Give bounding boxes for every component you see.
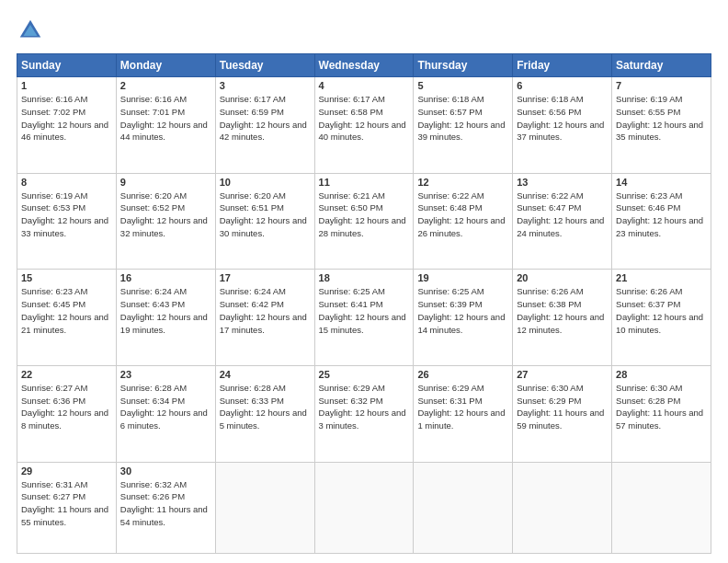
calendar-week: 22Sunrise: 6:27 AMSunset: 6:36 PMDayligh… <box>17 365 711 462</box>
day-number: 5 <box>417 80 508 91</box>
calendar-cell: 17Sunrise: 6:24 AMSunset: 6:42 PMDayligh… <box>215 270 314 366</box>
day-number: 28 <box>616 369 707 380</box>
day-number: 9 <box>120 177 211 188</box>
cell-content: Sunrise: 6:23 AMSunset: 6:45 PMDaylight:… <box>21 286 108 334</box>
calendar-cell: 1Sunrise: 6:16 AMSunset: 7:02 PMDaylight… <box>17 77 117 174</box>
calendar-cell: 11Sunrise: 6:21 AMSunset: 6:50 PMDayligh… <box>314 173 414 270</box>
calendar-cell: 8Sunrise: 6:19 AMSunset: 6:53 PMDaylight… <box>17 173 117 270</box>
calendar-cell <box>513 462 612 554</box>
header <box>17 17 711 44</box>
calendar-cell: 27Sunrise: 6:30 AMSunset: 6:29 PMDayligh… <box>513 365 612 462</box>
calendar-cell: 23Sunrise: 6:28 AMSunset: 6:34 PMDayligh… <box>116 365 215 462</box>
cell-content: Sunrise: 6:21 AMSunset: 6:50 PMDaylight:… <box>319 190 406 238</box>
calendar-cell <box>314 462 414 554</box>
cell-content: Sunrise: 6:17 AMSunset: 6:58 PMDaylight:… <box>319 94 406 142</box>
day-number: 10 <box>220 177 311 188</box>
day-number: 11 <box>319 177 410 188</box>
calendar-week: 15Sunrise: 6:23 AMSunset: 6:45 PMDayligh… <box>17 270 711 366</box>
page: SundayMondayTuesdayWednesdayThursdayFrid… <box>0 0 728 563</box>
day-number: 3 <box>220 80 311 91</box>
cell-content: Sunrise: 6:31 AMSunset: 6:27 PMDaylight:… <box>21 479 108 527</box>
cell-content: Sunrise: 6:23 AMSunset: 6:46 PMDaylight:… <box>616 190 703 238</box>
calendar-week: 8Sunrise: 6:19 AMSunset: 6:53 PMDaylight… <box>17 173 711 270</box>
calendar-cell: 24Sunrise: 6:28 AMSunset: 6:33 PMDayligh… <box>215 365 314 462</box>
cell-content: Sunrise: 6:18 AMSunset: 6:56 PMDaylight:… <box>517 94 604 142</box>
cell-content: Sunrise: 6:24 AMSunset: 6:42 PMDaylight:… <box>220 286 307 334</box>
cell-content: Sunrise: 6:17 AMSunset: 6:59 PMDaylight:… <box>220 94 307 142</box>
cell-content: Sunrise: 6:30 AMSunset: 6:29 PMDaylight:… <box>517 383 604 431</box>
day-number: 16 <box>120 272 211 283</box>
day-number: 7 <box>616 80 707 91</box>
calendar-cell: 10Sunrise: 6:20 AMSunset: 6:51 PMDayligh… <box>215 173 314 270</box>
calendar-cell <box>414 462 513 554</box>
calendar-cell: 28Sunrise: 6:30 AMSunset: 6:28 PMDayligh… <box>612 365 711 462</box>
weekday-header: Saturday <box>612 54 711 77</box>
day-number: 13 <box>517 177 608 188</box>
day-number: 19 <box>417 272 508 283</box>
cell-content: Sunrise: 6:24 AMSunset: 6:43 PMDaylight:… <box>120 286 208 334</box>
calendar-week: 29Sunrise: 6:31 AMSunset: 6:27 PMDayligh… <box>17 462 711 554</box>
day-number: 29 <box>21 465 112 477</box>
calendar-cell: 29Sunrise: 6:31 AMSunset: 6:27 PMDayligh… <box>17 462 117 554</box>
calendar-cell: 14Sunrise: 6:23 AMSunset: 6:46 PMDayligh… <box>612 173 711 270</box>
calendar-cell: 25Sunrise: 6:29 AMSunset: 6:32 PMDayligh… <box>314 365 414 462</box>
cell-content: Sunrise: 6:19 AMSunset: 6:53 PMDaylight:… <box>21 190 108 238</box>
calendar-table: SundayMondayTuesdayWednesdayThursdayFrid… <box>17 53 711 554</box>
cell-content: Sunrise: 6:27 AMSunset: 6:36 PMDaylight:… <box>21 383 108 431</box>
calendar-cell: 18Sunrise: 6:25 AMSunset: 6:41 PMDayligh… <box>314 270 414 366</box>
day-number: 15 <box>21 272 112 283</box>
cell-content: Sunrise: 6:19 AMSunset: 6:55 PMDaylight:… <box>616 94 703 142</box>
weekday-row: SundayMondayTuesdayWednesdayThursdayFrid… <box>17 54 711 77</box>
calendar-body: 1Sunrise: 6:16 AMSunset: 7:02 PMDaylight… <box>17 77 711 554</box>
calendar-cell: 15Sunrise: 6:23 AMSunset: 6:45 PMDayligh… <box>17 270 117 366</box>
day-number: 6 <box>517 80 608 91</box>
day-number: 26 <box>417 369 508 380</box>
cell-content: Sunrise: 6:32 AMSunset: 6:26 PMDaylight:… <box>120 479 208 527</box>
calendar-cell: 3Sunrise: 6:17 AMSunset: 6:59 PMDaylight… <box>215 77 314 174</box>
calendar-cell: 7Sunrise: 6:19 AMSunset: 6:55 PMDaylight… <box>612 77 711 174</box>
day-number: 24 <box>220 369 311 380</box>
calendar-cell: 30Sunrise: 6:32 AMSunset: 6:26 PMDayligh… <box>116 462 215 554</box>
calendar-cell: 4Sunrise: 6:17 AMSunset: 6:58 PMDaylight… <box>314 77 414 174</box>
calendar-cell: 5Sunrise: 6:18 AMSunset: 6:57 PMDaylight… <box>414 77 513 174</box>
day-number: 18 <box>319 272 410 283</box>
cell-content: Sunrise: 6:28 AMSunset: 6:34 PMDaylight:… <box>120 383 208 431</box>
logo-icon <box>17 17 44 44</box>
cell-content: Sunrise: 6:30 AMSunset: 6:28 PMDaylight:… <box>616 383 703 431</box>
cell-content: Sunrise: 6:20 AMSunset: 6:51 PMDaylight:… <box>220 190 307 238</box>
calendar-cell: 9Sunrise: 6:20 AMSunset: 6:52 PMDaylight… <box>116 173 215 270</box>
calendar-cell: 13Sunrise: 6:22 AMSunset: 6:47 PMDayligh… <box>513 173 612 270</box>
cell-content: Sunrise: 6:18 AMSunset: 6:57 PMDaylight:… <box>417 94 505 142</box>
cell-content: Sunrise: 6:26 AMSunset: 6:37 PMDaylight:… <box>616 286 703 334</box>
cell-content: Sunrise: 6:28 AMSunset: 6:33 PMDaylight:… <box>220 383 307 431</box>
day-number: 30 <box>120 465 211 477</box>
calendar-header: SundayMondayTuesdayWednesdayThursdayFrid… <box>17 54 711 77</box>
cell-content: Sunrise: 6:26 AMSunset: 6:38 PMDaylight:… <box>517 286 604 334</box>
day-number: 2 <box>120 80 211 91</box>
calendar-cell <box>612 462 711 554</box>
cell-content: Sunrise: 6:16 AMSunset: 7:02 PMDaylight:… <box>21 94 108 142</box>
day-number: 22 <box>21 369 112 380</box>
day-number: 12 <box>417 177 508 188</box>
calendar-week: 1Sunrise: 6:16 AMSunset: 7:02 PMDaylight… <box>17 77 711 174</box>
day-number: 21 <box>616 272 707 283</box>
weekday-header: Monday <box>116 54 215 77</box>
cell-content: Sunrise: 6:29 AMSunset: 6:31 PMDaylight:… <box>417 383 505 431</box>
day-number: 14 <box>616 177 707 188</box>
cell-content: Sunrise: 6:16 AMSunset: 7:01 PMDaylight:… <box>120 94 208 142</box>
calendar-cell: 26Sunrise: 6:29 AMSunset: 6:31 PMDayligh… <box>414 365 513 462</box>
weekday-header: Tuesday <box>215 54 314 77</box>
calendar-cell: 21Sunrise: 6:26 AMSunset: 6:37 PMDayligh… <box>612 270 711 366</box>
calendar-cell: 20Sunrise: 6:26 AMSunset: 6:38 PMDayligh… <box>513 270 612 366</box>
cell-content: Sunrise: 6:25 AMSunset: 6:41 PMDaylight:… <box>319 286 406 334</box>
weekday-header: Sunday <box>17 54 117 77</box>
cell-content: Sunrise: 6:22 AMSunset: 6:47 PMDaylight:… <box>517 190 604 238</box>
day-number: 17 <box>220 272 311 283</box>
cell-content: Sunrise: 6:22 AMSunset: 6:48 PMDaylight:… <box>417 190 505 238</box>
calendar-cell: 2Sunrise: 6:16 AMSunset: 7:01 PMDaylight… <box>116 77 215 174</box>
logo <box>17 17 48 44</box>
calendar-cell: 6Sunrise: 6:18 AMSunset: 6:56 PMDaylight… <box>513 77 612 174</box>
calendar-cell: 22Sunrise: 6:27 AMSunset: 6:36 PMDayligh… <box>17 365 117 462</box>
calendar-cell <box>215 462 314 554</box>
day-number: 20 <box>517 272 608 283</box>
